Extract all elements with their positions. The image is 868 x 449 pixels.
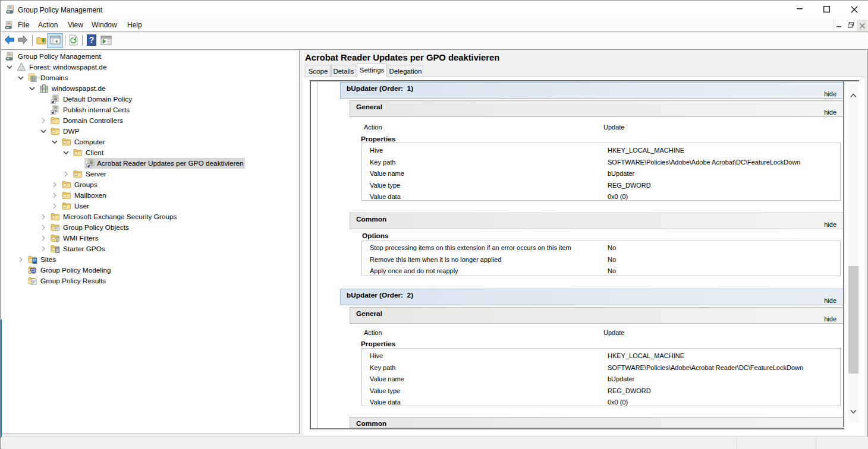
svg-text:?: ? xyxy=(89,35,95,45)
